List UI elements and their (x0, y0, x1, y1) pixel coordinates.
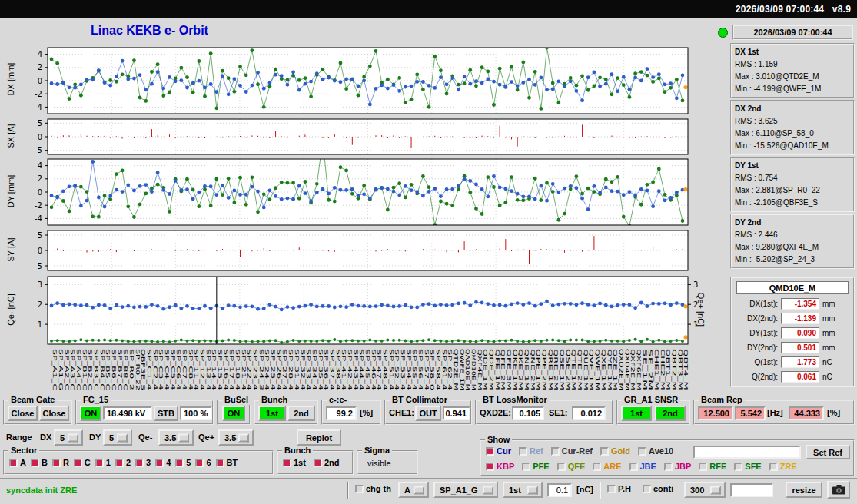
che1-label: CHE1: (389, 408, 414, 417)
show-checkbox-gold[interactable]: Gold (600, 446, 630, 456)
show-checkbox-ave10[interactable]: Ave10 (638, 446, 673, 456)
svg-text:4: 4 (38, 161, 42, 170)
bpm-label: SP_47_4 (376, 349, 382, 390)
bpm-label: SP_B4_C (99, 349, 105, 391)
bpm-label: SP_33_4 (305, 349, 311, 390)
range-dy-label: DY (89, 433, 101, 442)
bunch-2nd-button[interactable]: 2nd (287, 406, 315, 421)
sigma-visible-label[interactable]: visible (367, 459, 391, 468)
show-checkbox-rfe[interactable]: RFE (699, 462, 726, 471)
fc15-stb-button[interactable]: STB (154, 406, 178, 421)
statusbar-entry[interactable] (730, 483, 773, 497)
bpm-label: SP_C4_4 (164, 349, 170, 390)
bpm-label: SP_38_4 (335, 349, 341, 390)
beam-gate-close-button-2[interactable]: Close (39, 406, 69, 421)
sector-items: ABRC123456BT (9, 458, 242, 467)
show-checkbox-are[interactable]: ARE (593, 462, 621, 471)
sector-checkbox-bt[interactable]: BT (216, 458, 238, 467)
beam-gate-close-button-1[interactable]: Close (8, 406, 38, 421)
bpm-label: QXF4E_M (477, 349, 483, 390)
sector-select-dropdown[interactable]: A (398, 482, 429, 498)
screenshot-button[interactable] (827, 481, 850, 499)
busel-on-button[interactable]: ON (222, 406, 245, 421)
resize-button[interactable]: resize (786, 482, 822, 498)
show-checkbox-zre[interactable]: ZRE (769, 462, 797, 471)
sector-checkbox-b[interactable]: B (31, 458, 48, 467)
sector-frame-title: Sector (8, 446, 39, 456)
bpm-label: QKE_2M (517, 349, 523, 390)
sector-checkbox-2[interactable]: 2 (115, 458, 131, 467)
beam-rep-value-1: 12.500 (698, 406, 733, 420)
replot-button[interactable]: Replot (297, 429, 341, 446)
checkbox-label: Cur (497, 446, 511, 456)
checkbox-icon (600, 447, 609, 456)
bpm-label: SP_23_4 (252, 349, 258, 390)
range-dy-dropdown[interactable]: 5 (103, 429, 132, 446)
busel-frame: BuSel ON (217, 400, 251, 425)
range-label: Range (6, 433, 32, 442)
stats-rms: RMS : 2.446 (735, 229, 850, 241)
stats-rms: RMS : 3.625 (735, 115, 850, 128)
monitor-row-value: -1.139 (781, 313, 819, 324)
bpm-label: SP_R0_2 (128, 349, 135, 390)
svg-text:5: 5 (38, 119, 42, 128)
show-checkbox-pfe[interactable]: PFE (522, 462, 549, 471)
svg-text:2: 2 (693, 300, 698, 309)
bunch-select-dropdown[interactable]: 1st (503, 482, 543, 498)
ph-checkbox[interactable]: P.H (607, 484, 631, 493)
svg-text:0: 0 (38, 247, 42, 255)
show-checkbox-sfe[interactable]: SFE (734, 462, 761, 471)
gr-a1-2nd-button[interactable]: 2nd (655, 406, 686, 421)
sector-checkbox-1[interactable]: 1 (95, 458, 111, 467)
monitor-row-label: Q(1st): (735, 358, 778, 366)
sector-checkbox-r[interactable]: R (52, 458, 69, 467)
range-dx-dropdown[interactable]: 5 (54, 429, 83, 446)
status-indicator-icon (718, 28, 728, 38)
che1-out-button[interactable]: OUT (415, 406, 441, 421)
show-checkbox-kbp[interactable]: KBP (486, 462, 514, 471)
sector-checkbox-5[interactable]: 5 (175, 458, 191, 467)
sector-checkbox-4[interactable]: 4 (155, 458, 171, 467)
show-checkbox-qfe[interactable]: QFE (557, 462, 586, 471)
show-checkbox-jbp[interactable]: JBP (664, 462, 691, 471)
svg-text:2: 2 (38, 300, 42, 309)
fc15-frame: FC_15 ON 18.498 kV STB 100 % (75, 400, 214, 425)
bpm-label: QXF6E_M (636, 349, 642, 390)
set-ref-button[interactable]: Set Ref (806, 445, 850, 459)
bunch-1st-button[interactable]: 1st (258, 406, 286, 421)
interval-dropdown[interactable]: 300 (684, 482, 726, 498)
threshold-entry[interactable] (547, 483, 572, 497)
range-qe-plus-label: Qe+ (198, 433, 214, 442)
sector-checkbox-a[interactable]: A (9, 458, 26, 467)
chg-th-checkbox[interactable]: chg th (355, 484, 391, 493)
stats-box-dx-1st: DX 1st RMS : 1.159 Max : 3.010@QTD2E_M M… (730, 43, 855, 98)
fc15-on-button[interactable]: ON (80, 406, 101, 421)
show-checkbox-jbe[interactable]: JBE (629, 462, 656, 471)
show-checkbox-cur[interactable]: Cur (486, 446, 511, 456)
checkbox-label: 1st (294, 458, 306, 467)
set-ref-entry[interactable] (693, 446, 801, 459)
device-select-dropdown[interactable]: SP_A1_G (433, 482, 498, 498)
range-qe-minus-dropdown[interactable]: 3.5 (158, 429, 194, 446)
monitor-row-label: DY(1st): (735, 329, 778, 337)
range-qe-plus-dropdown[interactable]: 3.5 (218, 429, 254, 446)
show-row1: CurRefCur-RefGoldAve10 (486, 446, 681, 456)
conti-checkbox[interactable]: conti (643, 484, 673, 493)
bpm-label: SP_35_4 (317, 349, 324, 390)
show-checkbox-cur-ref[interactable]: Cur-Ref (551, 446, 593, 456)
checkbox-label: Gold (611, 446, 630, 456)
sector-checkbox-3[interactable]: 3 (135, 458, 151, 467)
sector-checkbox-6[interactable]: 6 (195, 458, 211, 467)
monitor-row-unit: mm (822, 329, 835, 337)
svg-text:1: 1 (693, 320, 698, 329)
bpm-label: QRE_1M (547, 349, 553, 390)
stats-title: DX 2nd (735, 103, 850, 115)
show-checkbox-ref[interactable]: Ref (519, 446, 543, 456)
gr-a1-1st-button[interactable]: 1st (621, 406, 652, 421)
checkbox-label: 5 (186, 458, 191, 467)
sector-checkbox-c[interactable]: C (74, 458, 91, 467)
bunch-checkbox-1st[interactable]: 1st (283, 458, 306, 467)
bpm-label: SP_C6_4 (175, 349, 181, 390)
checkbox-icon (638, 447, 646, 456)
bunch-checkbox-2nd[interactable]: 2nd (314, 458, 340, 467)
